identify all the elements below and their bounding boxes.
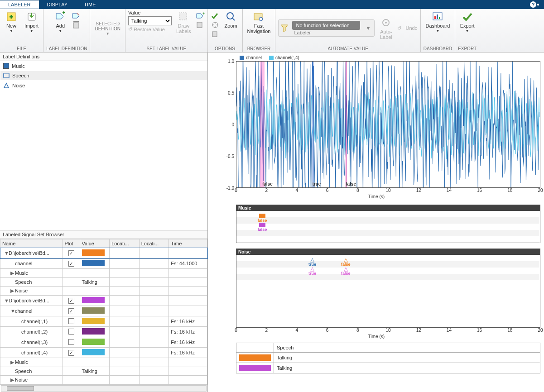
music-strip[interactable]: Music falsefalse — [236, 205, 540, 243]
group-dashboard: DASHBOARD — [424, 46, 452, 52]
color-swatch — [82, 307, 105, 314]
plot-checkbox[interactable] — [68, 318, 74, 324]
noise-marker[interactable]: △false — [341, 258, 351, 267]
no-function-badge: No function for selection — [292, 21, 360, 30]
ribbon-toolbar: New▼ Import▼ FILE Add▼ LABEL DEFINITION … — [0, 9, 544, 53]
svg-rect-18 — [439, 17, 440, 19]
col-0[interactable]: Name — [0, 239, 63, 248]
check-big-icon — [462, 11, 473, 23]
signal-scrollbar[interactable] — [1, 385, 207, 392]
panner-icon[interactable] — [211, 21, 220, 29]
table-row[interactable]: channel(:,2) Fs: 16 kHz — [0, 327, 207, 337]
automate-selector[interactable]: No function for selection ▼ — [278, 19, 375, 37]
table-row[interactable]: ▶Noise — [0, 376, 207, 385]
svg-point-14 — [385, 22, 387, 24]
automate-input[interactable] — [292, 30, 360, 35]
table-row[interactable]: ▶Music — [0, 269, 207, 278]
plot-checkbox[interactable]: ✓ — [68, 308, 74, 314]
label-del-icon[interactable] — [196, 21, 205, 29]
info-swatch — [239, 354, 271, 361]
group-file: FILE — [17, 46, 26, 52]
labeldef-item-speech[interactable]: Speech — [0, 71, 207, 81]
tab-display[interactable]: DISPLAY — [39, 0, 76, 9]
restore-value-button[interactable]: ↺ Restore Value — [128, 26, 172, 32]
labeldef-item-music[interactable]: Music — [0, 61, 207, 71]
tab-time[interactable]: TIME — [76, 0, 104, 9]
col-2[interactable]: Value — [80, 239, 110, 248]
table-row[interactable]: ▶Music — [0, 358, 207, 367]
edit-definition-icon[interactable] — [72, 12, 82, 20]
col-4[interactable]: Locati... — [139, 239, 169, 248]
group-setval: SET LABEL VALUE — [146, 46, 186, 52]
plot-checkbox[interactable] — [68, 329, 74, 335]
pencil-icon — [178, 11, 189, 23]
import-button[interactable]: Import▼ — [23, 10, 40, 34]
add-button[interactable]: Add▼ — [52, 10, 69, 34]
group-seldef-blank — [107, 46, 108, 52]
bar-icon — [3, 72, 10, 79]
info-swatch — [239, 365, 271, 371]
delete-definition-icon[interactable] — [72, 21, 82, 29]
dashboard-button[interactable]: Dashboard▼ — [424, 10, 452, 34]
tab-labeler[interactable]: LABELER — [0, 0, 39, 9]
labeldef-item-noise[interactable]: Noise — [0, 81, 207, 91]
table-row[interactable]: Speech Talking — [0, 367, 207, 376]
signal-set-table[interactable]: NamePlotValueLocati...Locati...Time ▼D:\… — [0, 239, 207, 385]
zoom-button[interactable]: Zoom — [222, 10, 240, 29]
signal-set-browser-header: Labeled Signal Set Browser — [0, 230, 207, 239]
color-swatch — [82, 249, 105, 256]
table-row[interactable]: ▼D:\jobarchive\Bd... ✓ — [0, 248, 207, 258]
svg-rect-4 — [73, 23, 79, 28]
col-3[interactable]: Locati... — [110, 239, 140, 248]
table-row[interactable]: channel ✓ Fs: 44.1000 — [0, 258, 207, 269]
table-row[interactable]: ▶Noise — [0, 287, 207, 296]
table-row[interactable]: channel(:,1) Fs: 16 kHz — [0, 316, 207, 327]
check-icon[interactable] — [211, 12, 220, 20]
table-row[interactable]: ▼D:\jobarchive\Bd... ✓ — [0, 296, 207, 306]
xaxis-label-2: Time (s) — [212, 334, 540, 339]
group-options: OPTIONS — [215, 46, 235, 52]
plus-icon — [5, 11, 17, 23]
svg-rect-7 — [197, 22, 202, 28]
region-marker[interactable] — [313, 62, 313, 187]
region-marker[interactable] — [260, 62, 265, 187]
export-button[interactable]: Export▼ — [458, 10, 477, 34]
plot-checkbox[interactable] — [68, 339, 74, 345]
noise-marker[interactable]: △true — [308, 267, 316, 276]
table-row[interactable]: ▼channel ✓ — [0, 306, 207, 316]
region-marker[interactable] — [346, 62, 347, 187]
help-button[interactable]: ? ▾ — [525, 1, 544, 8]
auto-label-button: Auto- Label — [377, 16, 395, 41]
plot-checkbox[interactable]: ✓ — [68, 261, 74, 267]
xaxis-label: Time (s) — [212, 194, 540, 199]
fast-nav-button[interactable]: Fast Navigation — [246, 10, 273, 35]
value-label: Value — [128, 10, 172, 15]
trash-icon[interactable] — [211, 30, 220, 38]
color-swatch — [82, 318, 105, 324]
color-swatch — [82, 328, 105, 335]
noise-marker[interactable]: △true — [308, 258, 316, 267]
label-definitions-list: MusicSpeechNoise — [0, 61, 207, 91]
waveform-chart[interactable]: 1.00.50-0.5-1.0 falsetruefalse 024681012… — [212, 61, 540, 199]
col-5[interactable]: Time — [169, 239, 207, 248]
funnel-icon — [279, 23, 289, 33]
color-swatch — [82, 297, 105, 303]
plot-checkbox[interactable]: ✓ — [68, 250, 74, 256]
color-swatch — [82, 349, 105, 355]
noise-strip[interactable]: Noise △true△false△true△false — [236, 249, 540, 328]
table-row[interactable]: channel(:,3) Fs: 16 kHz — [0, 337, 207, 348]
square-icon — [3, 63, 9, 69]
main-tabs: LABELER DISPLAY TIME ? ▾ — [0, 0, 544, 9]
table-row[interactable]: Speech Talking — [0, 278, 207, 287]
plot-checkbox[interactable]: ✓ — [68, 350, 74, 356]
undo-icon: ↺ — [128, 26, 132, 32]
plot-checkbox[interactable]: ✓ — [68, 298, 74, 304]
noise-marker[interactable]: △false — [341, 267, 351, 276]
undo-icon: ↺ — [397, 25, 401, 31]
value-select[interactable]: Talking — [128, 16, 172, 25]
col-1[interactable]: Plot — [63, 239, 80, 248]
label-fwd-icon[interactable]: + — [196, 12, 205, 20]
new-button[interactable]: New▼ — [3, 10, 20, 34]
group-labeldef: LABEL DEFINITION — [46, 46, 87, 52]
table-row[interactable]: channel(:,4) ✓ Fs: 16 kHz — [0, 348, 207, 358]
